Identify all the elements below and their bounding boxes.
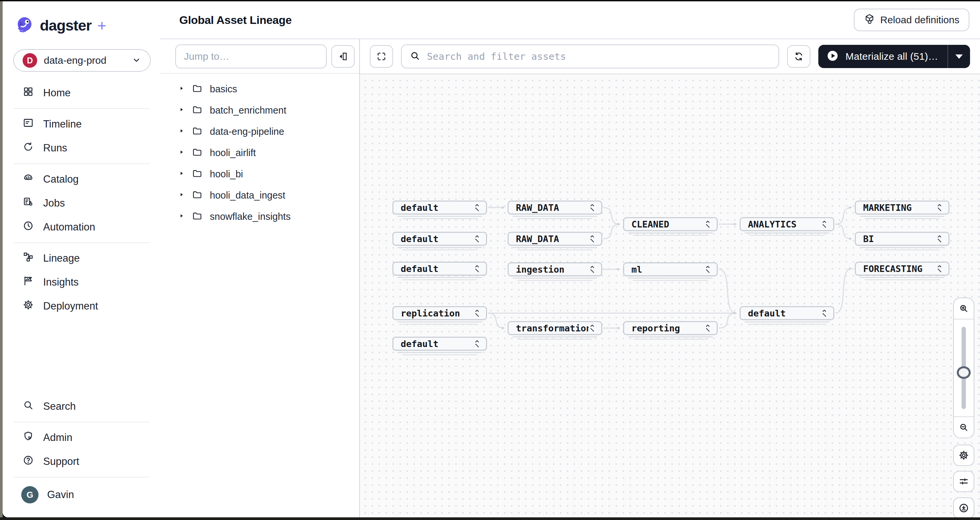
refresh-button[interactable]	[787, 45, 810, 68]
caret-right-icon[interactable]	[178, 213, 185, 220]
sidebar-item-deployment[interactable]: Deployment	[3, 294, 160, 318]
nav-divider	[13, 477, 150, 477]
asset-group-node-bi[interactable]: BI	[855, 232, 950, 246]
node-expander-icon[interactable]	[473, 203, 481, 212]
node-expander-icon[interactable]	[936, 203, 943, 212]
node-label: transformation	[516, 323, 589, 333]
window-edge-left	[0, 0, 3, 520]
asset-group-node-ml[interactable]: ml	[623, 262, 718, 276]
reload-definitions-button[interactable]: Reload definitions	[854, 9, 970, 31]
asset-search-input[interactable]	[426, 51, 770, 62]
asset-group-node-transformation[interactable]: transformation	[508, 321, 602, 335]
logo-plus-badge: +	[98, 17, 107, 35]
lineage-edge-analytics-to-marketing	[835, 208, 851, 224]
asset-group-node-forecasting[interactable]: FORECASTING	[855, 262, 950, 276]
tree-folder-hooli_data_ingest[interactable]: hooli_data_ingest	[160, 184, 359, 206]
node-expander-icon[interactable]	[473, 339, 481, 348]
asset-group-node-replication[interactable]: replication	[392, 306, 487, 320]
caret-right-icon[interactable]	[178, 128, 185, 135]
asset-group-node-reporting[interactable]: reporting	[623, 321, 718, 335]
fullscreen-button[interactable]	[370, 45, 393, 68]
user-menu[interactable]: G Gavin	[3, 481, 160, 509]
asset-group-node-default-4[interactable]: default	[740, 306, 834, 320]
node-expander-icon[interactable]	[473, 264, 481, 273]
materialize-dropdown-button[interactable]	[948, 45, 970, 68]
asset-group-node-raw-data-1[interactable]: RAW_DATA	[508, 200, 602, 215]
asset-group-node-ingestion[interactable]: ingestion	[508, 262, 602, 276]
node-label: default	[748, 308, 821, 318]
folder-icon	[192, 210, 202, 223]
caret-right-icon[interactable]	[178, 107, 185, 114]
sidebar-item-lineage[interactable]: Lineage	[3, 246, 160, 270]
sidebar-item-runs[interactable]: Runs	[3, 136, 160, 160]
logo-wordmark: dagster	[40, 17, 92, 34]
search-icon	[22, 399, 34, 413]
asset-group-node-default-5[interactable]: default	[392, 337, 487, 351]
tree-folder-label: basics	[210, 84, 237, 95]
node-expander-icon[interactable]	[473, 234, 481, 243]
sidebar-item-search[interactable]: Search	[3, 394, 160, 418]
node-expander-icon[interactable]	[589, 234, 596, 243]
node-label: default	[401, 202, 473, 213]
folder-icon	[192, 168, 202, 180]
caret-right-icon[interactable]	[178, 85, 185, 93]
asset-group-node-cleaned[interactable]: CLEANED	[623, 217, 718, 231]
caret-right-icon[interactable]	[178, 149, 185, 156]
download-button[interactable]	[953, 498, 974, 517]
tree-folder-snowflake_insights[interactable]: snowflake_insights	[160, 206, 359, 227]
jump-to-input[interactable]	[175, 45, 327, 68]
asset-group-node-default-3[interactable]: default	[392, 262, 487, 276]
asset-group-node-raw-data-2[interactable]: RAW_DATA	[508, 232, 602, 246]
graph-settings-button[interactable]	[953, 445, 974, 466]
materialize-all-button[interactable]: Materialize all (51)…	[818, 45, 947, 68]
zoom-out-button[interactable]	[954, 417, 974, 438]
caret-right-icon[interactable]	[178, 170, 185, 178]
node-expander-icon[interactable]	[704, 220, 711, 229]
tree-folder-hooli_airlift[interactable]: hooli_airlift	[160, 142, 359, 163]
tree-folder-hooli_bi[interactable]: hooli_bi	[160, 163, 359, 184]
node-expander-icon[interactable]	[821, 220, 828, 229]
node-expander-icon[interactable]	[936, 234, 943, 243]
play-circle-icon	[826, 49, 839, 64]
nav-item-label: Support	[43, 456, 80, 468]
caret-right-icon[interactable]	[178, 192, 185, 199]
node-expander-icon[interactable]	[821, 309, 828, 318]
node-expander-icon[interactable]	[936, 264, 943, 273]
node-expander-icon[interactable]	[704, 324, 711, 332]
node-expander-icon[interactable]	[589, 203, 596, 212]
nav-item-label: Search	[43, 401, 76, 412]
sidebar-item-admin[interactable]: Admin	[3, 426, 160, 450]
tree-folder-basics[interactable]: basics	[160, 78, 359, 100]
graph-filters-button[interactable]	[953, 471, 974, 492]
node-expander-icon[interactable]	[473, 309, 481, 318]
node-label: ml	[632, 264, 704, 275]
asset-group-node-default-2[interactable]: default	[392, 232, 487, 246]
refresh-icon	[794, 51, 804, 62]
sidebar-item-jobs[interactable]: Jobs	[3, 191, 160, 215]
lineage-graph[interactable]: defaultRAW_DATAdefaultRAW_DATACLEANEDANA…	[360, 75, 980, 517]
logo[interactable]: dagster +	[3, 1, 160, 36]
nav-item-label: Runs	[43, 142, 67, 154]
sidebar-item-catalog[interactable]: Catalog	[3, 167, 160, 191]
sidebar-item-support[interactable]: Support	[3, 450, 160, 474]
nav-item-label: Admin	[43, 432, 72, 444]
asset-group-node-marketing[interactable]: MARKETING	[855, 200, 950, 215]
node-expander-icon[interactable]	[704, 265, 711, 274]
tree-folder-batch_enrichment[interactable]: batch_enrichment	[160, 100, 359, 121]
asset-group-node-analytics[interactable]: ANALYTICS	[740, 217, 834, 231]
zoom-slider-thumb[interactable]	[957, 366, 971, 379]
folder-icon	[192, 189, 202, 201]
sidebar-item-timeline[interactable]: Timeline	[3, 112, 160, 136]
screen: dagster + D data-eng-prod HomeTimelineRu…	[0, 0, 980, 520]
tree-folder-data-eng-pipeline[interactable]: data-eng-pipeline	[160, 121, 359, 142]
sidebar-item-automation[interactable]: Automation	[3, 215, 160, 239]
reload-definitions-label: Reload definitions	[880, 14, 960, 25]
collapse-panel-button[interactable]	[331, 45, 355, 68]
node-expander-icon[interactable]	[589, 324, 596, 332]
sidebar-item-home[interactable]: Home	[3, 81, 160, 105]
sidebar-item-insights[interactable]: Insights	[3, 270, 160, 294]
node-expander-icon[interactable]	[589, 265, 596, 274]
asset-group-node-default-1[interactable]: default	[392, 200, 487, 215]
zoom-in-button[interactable]	[954, 298, 974, 319]
deployment-selector[interactable]: D data-eng-prod	[13, 49, 151, 72]
